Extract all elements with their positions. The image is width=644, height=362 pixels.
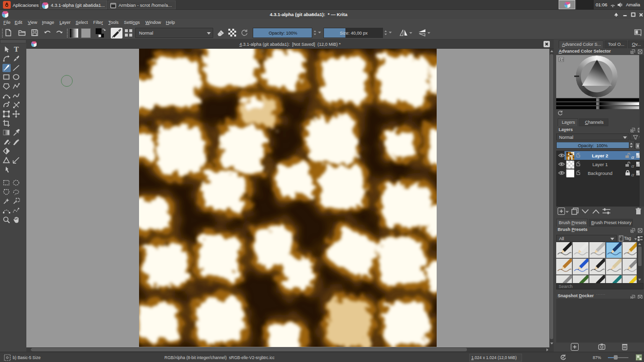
svg-text:T: T bbox=[14, 45, 19, 53]
